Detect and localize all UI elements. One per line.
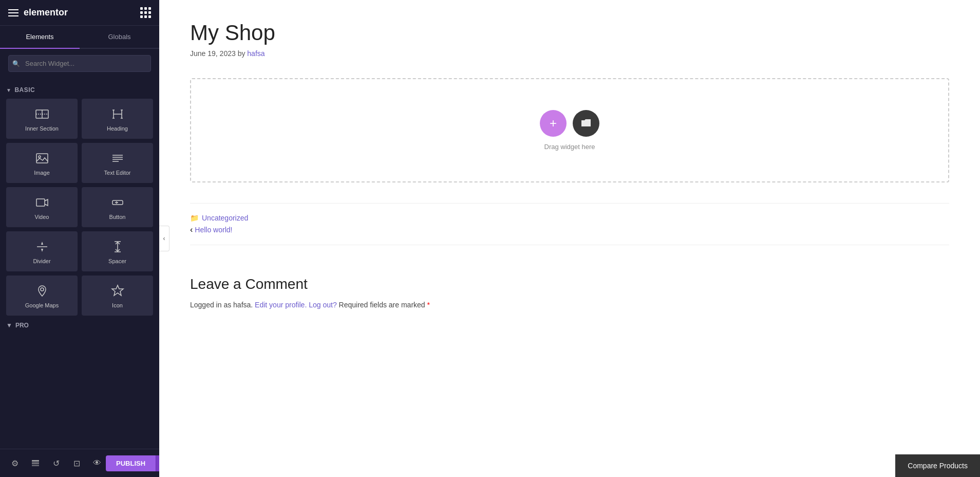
inner-section-icon [34, 106, 50, 122]
widget-image[interactable]: Image [6, 143, 78, 183]
grid-icon[interactable] [140, 7, 151, 18]
collapse-icon: ‹ [163, 235, 165, 242]
brand-name: elementor [24, 7, 68, 18]
svg-marker-21 [41, 249, 43, 252]
page-content: My Shop June 19, 2023 by hafsa + Drag wi… [159, 0, 980, 477]
history-button[interactable]: ↺ [47, 454, 65, 472]
publish-btn-container: PUBLISH ▲ [106, 455, 159, 471]
divider-icon [34, 238, 50, 255]
svg-rect-28 [32, 463, 39, 464]
button-icon [109, 194, 126, 211]
meta-by: by [238, 49, 248, 58]
svg-rect-10 [36, 154, 48, 163]
comments-heading: Leave a Comment [190, 276, 949, 292]
drop-zone: + Drag widget here [190, 78, 949, 182]
widget-spacer[interactable]: Spacer [82, 231, 153, 271]
search-wrapper [8, 55, 151, 72]
heading-icon [109, 106, 126, 122]
bottom-toolbar: ⚙ ↺ ⊡ 👁 PUBLISH ▲ [0, 449, 159, 477]
widget-button-label: Button [109, 214, 126, 220]
prev-link-container: ‹ Hello world! [190, 225, 949, 234]
svg-marker-26 [112, 285, 123, 296]
svg-rect-29 [32, 465, 39, 466]
hamburger-icon[interactable] [8, 9, 18, 16]
toolbar-icons: ⚙ ↺ ⊡ 👁 [6, 454, 106, 472]
svg-marker-20 [41, 242, 43, 245]
compare-products-button[interactable]: Compare Products [895, 454, 980, 477]
widget-divider-label: Divider [33, 258, 50, 264]
basic-widgets-grid: Inner Section Heading [6, 99, 153, 316]
drop-zone-buttons: + [540, 110, 599, 137]
svg-point-25 [41, 288, 44, 291]
pro-section-label: Pro [15, 322, 29, 329]
widget-text-editor-label: Text Editor [104, 170, 131, 176]
search-input[interactable] [8, 55, 151, 72]
layers-button[interactable] [27, 454, 44, 472]
brand: elementor [8, 7, 68, 18]
widget-divider[interactable]: Divider [6, 231, 78, 271]
icon-widget-icon [109, 283, 126, 299]
preview-button[interactable]: 👁 [88, 454, 106, 472]
category-line: 📁 Uncategorized [190, 214, 949, 222]
spacer-icon [109, 238, 126, 255]
tab-elements[interactable]: Elements [0, 26, 80, 48]
widget-inner-section-label: Inner Section [25, 125, 59, 132]
tab-globals[interactable]: Globals [80, 26, 159, 48]
video-icon [34, 194, 50, 211]
google-maps-icon [34, 283, 50, 299]
widget-heading[interactable]: Heading [82, 99, 153, 139]
add-widget-button[interactable]: + [540, 110, 567, 137]
panel-tabs: Elements Globals [0, 26, 159, 49]
page-meta: June 19, 2023 by hafsa [190, 49, 949, 58]
svg-rect-16 [36, 199, 45, 206]
pro-chevron-icon: ▼ [6, 322, 12, 329]
widget-icon[interactable]: Icon [82, 276, 153, 316]
main-content: My Shop June 19, 2023 by hafsa + Drag wi… [159, 0, 980, 477]
widget-image-label: Image [34, 170, 50, 176]
category-link[interactable]: Uncategorized [202, 214, 248, 222]
drag-hint: Drag widget here [544, 143, 595, 151]
add-template-button[interactable] [573, 110, 599, 137]
logged-in-text: Logged in as hafsa. Edit your profile. L… [190, 301, 949, 309]
widget-google-maps[interactable]: Google Maps [6, 276, 78, 316]
post-footer: 📁 Uncategorized ‹ Hello world! [190, 203, 949, 245]
widget-video-label: Video [35, 214, 49, 220]
prev-post-link[interactable]: Hello world! [195, 226, 232, 234]
publish-chevron-button[interactable]: ▲ [156, 455, 159, 471]
svg-point-11 [39, 156, 41, 158]
widget-google-maps-label: Google Maps [25, 302, 59, 308]
widget-button[interactable]: Button [82, 187, 153, 227]
basic-section-label: Basic [14, 86, 35, 94]
logout-link[interactable]: Log out? [309, 301, 337, 309]
widget-icon-label: Icon [112, 302, 123, 308]
widget-video[interactable]: Video [6, 187, 78, 227]
widget-heading-label: Heading [107, 125, 128, 132]
text-editor-icon [109, 150, 126, 167]
settings-button[interactable]: ⚙ [6, 454, 24, 472]
basic-section-header[interactable]: ▼ Basic [6, 86, 153, 94]
collapse-panel-handle[interactable]: ‹ [159, 226, 169, 251]
left-panel: elementor Elements Globals ▼ Basic [0, 0, 159, 477]
meta-date: June 19, 2023 [190, 49, 238, 58]
prev-arrow: ‹ [190, 225, 193, 234]
pro-section-header[interactable]: ▼ Pro [6, 322, 153, 329]
svg-rect-27 [32, 460, 39, 462]
widgets-area: ▼ Basic Inner Section [0, 78, 159, 449]
page-title: My Shop [190, 21, 949, 45]
image-icon [34, 150, 50, 167]
panel-header: elementor [0, 0, 159, 26]
publish-button[interactable]: PUBLISH [106, 455, 156, 471]
search-container [0, 49, 159, 78]
basic-chevron-icon: ▼ [6, 87, 11, 93]
edit-profile-link[interactable]: Edit your profile. [255, 301, 307, 309]
meta-author-link[interactable]: hafsa [247, 49, 265, 58]
widget-text-editor[interactable]: Text Editor [82, 143, 153, 183]
widget-spacer-label: Spacer [108, 258, 126, 264]
widget-inner-section[interactable]: Inner Section [6, 99, 78, 139]
comments-section: Leave a Comment Logged in as hafsa. Edit… [190, 266, 949, 319]
responsive-button[interactable]: ⊡ [68, 454, 85, 472]
category-icon: 📁 [190, 214, 199, 222]
